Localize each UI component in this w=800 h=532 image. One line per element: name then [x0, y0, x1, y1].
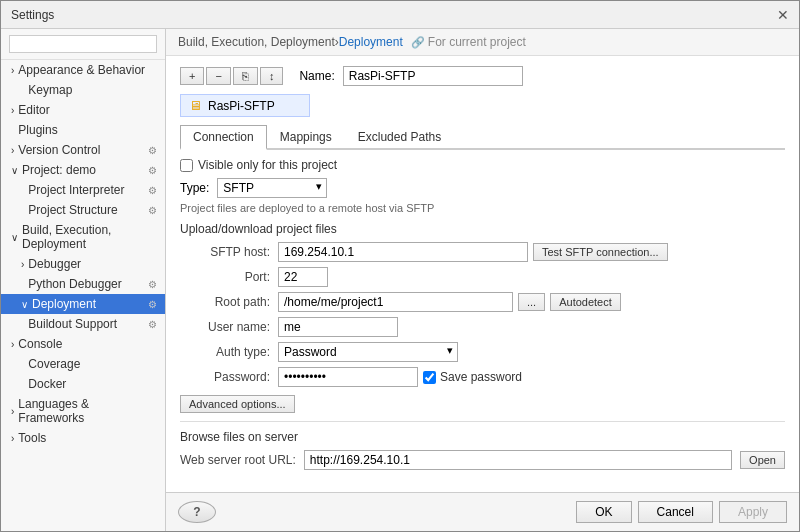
sidebar-item-label: Debugger — [28, 257, 81, 271]
web-url-input[interactable] — [304, 450, 732, 470]
arrow-icon: › — [11, 105, 14, 116]
root-path-label: Root path: — [180, 295, 270, 309]
arrow-icon: › — [11, 406, 14, 417]
sidebar-item-project-interpreter[interactable]: ›Project Interpreter⚙ — [1, 180, 165, 200]
breadcrumb: Build, Execution, Deployment › Deploymen… — [166, 29, 799, 56]
ok-button[interactable]: OK — [576, 501, 631, 523]
web-url-label: Web server root URL: — [180, 453, 296, 467]
sidebar-item-label: Project Structure — [28, 203, 117, 217]
arrow-icon: › — [11, 339, 14, 350]
sidebar-item-appearance[interactable]: ›Appearance & Behavior — [1, 60, 165, 80]
password-input[interactable] — [278, 367, 418, 387]
sidebar-item-project-demo[interactable]: ∨Project: demo⚙ — [1, 160, 165, 180]
sidebar-item-buildout-support[interactable]: ›Buildout Support⚙ — [1, 314, 165, 334]
arrow-icon: › — [21, 259, 24, 270]
titlebar: Settings ✕ — [1, 1, 799, 29]
sidebar-item-label: Docker — [28, 377, 66, 391]
type-label: Type: — [180, 181, 209, 195]
sidebar-item-docker[interactable]: ›Docker — [1, 374, 165, 394]
save-password-checkbox[interactable] — [423, 371, 436, 384]
sftp-host-input[interactable] — [278, 242, 528, 262]
sidebar-item-label: Project: demo — [22, 163, 96, 177]
arrow-icon: › — [11, 145, 14, 156]
move-server-button[interactable]: ↕ — [260, 67, 284, 85]
add-server-button[interactable]: + — [180, 67, 204, 85]
upload-section-title: Upload/download project files — [180, 222, 785, 236]
name-label: Name: — [299, 69, 334, 83]
sidebar-item-label: Plugins — [18, 123, 57, 137]
sidebar-item-languages-frameworks[interactable]: ›Languages & Frameworks — [1, 394, 165, 428]
browse-section: Browse files on server Web server root U… — [180, 430, 785, 470]
advanced-options-button[interactable]: Advanced options... — [180, 395, 295, 413]
sidebar-item-plugins[interactable]: ›Plugins — [1, 120, 165, 140]
sidebar-item-console[interactable]: ›Console — [1, 334, 165, 354]
remove-server-button[interactable]: − — [206, 67, 230, 85]
sidebar-item-label: Console — [18, 337, 62, 351]
settings-icon: ⚙ — [148, 319, 157, 330]
sidebar-item-build-exec[interactable]: ∨Build, Execution, Deployment — [1, 220, 165, 254]
password-row: Save password — [278, 367, 785, 387]
open-button[interactable]: Open — [740, 451, 785, 469]
server-toolbar: + − ⎘ ↕ — [180, 67, 283, 85]
help-button[interactable]: ? — [178, 501, 216, 523]
visible-only-label: Visible only for this project — [198, 158, 337, 172]
sidebar-item-label: Python Debugger — [28, 277, 121, 291]
browse-path-button[interactable]: ... — [518, 293, 545, 311]
sidebar-item-tools[interactable]: ›Tools — [1, 428, 165, 448]
name-input[interactable] — [343, 66, 523, 86]
server-list-item[interactable]: 🖥 RasPi-SFTP — [180, 94, 310, 117]
sidebar-item-coverage[interactable]: ›Coverage — [1, 354, 165, 374]
auth-type-select-wrap: Password — [278, 342, 458, 362]
root-path-input[interactable] — [278, 292, 513, 312]
breadcrumb-current: Deployment — [339, 35, 403, 49]
auth-type-select[interactable]: Password — [278, 342, 458, 362]
browse-section-title: Browse files on server — [180, 430, 785, 444]
breadcrumb-path: Build, Execution, Deployment — [178, 35, 335, 49]
sidebar-item-deployment[interactable]: ∨Deployment⚙ — [1, 294, 165, 314]
close-icon[interactable]: ✕ — [777, 7, 789, 23]
auth-type-row: Password — [278, 342, 785, 362]
sidebar-item-label: Tools — [18, 431, 46, 445]
sidebar-item-debugger[interactable]: ›Debugger — [1, 254, 165, 274]
sftp-host-row: Test SFTP connection... — [278, 242, 785, 262]
server-folder-icon: 🖥 — [189, 98, 202, 113]
cancel-button[interactable]: Cancel — [638, 501, 713, 523]
sidebar-item-label: Version Control — [18, 143, 100, 157]
type-description: Project files are deployed to a remote h… — [180, 202, 785, 214]
settings-icon: ⚙ — [148, 145, 157, 156]
sidebar-item-label: Appearance & Behavior — [18, 63, 145, 77]
sftp-host-label: SFTP host: — [180, 245, 270, 259]
sidebar-item-version-control[interactable]: ›Version Control⚙ — [1, 140, 165, 160]
arrow-icon: ∨ — [21, 299, 28, 310]
breadcrumb-for-project: 🔗 For current project — [411, 35, 526, 49]
sidebar-item-project-structure[interactable]: ›Project Structure⚙ — [1, 200, 165, 220]
type-select-wrap: SFTP — [217, 178, 327, 198]
sidebar-item-python-debugger[interactable]: ›Python Debugger⚙ — [1, 274, 165, 294]
user-name-label: User name: — [180, 320, 270, 334]
settings-icon: ⚙ — [148, 279, 157, 290]
tab-mappings[interactable]: Mappings — [267, 125, 345, 148]
type-select[interactable]: SFTP — [217, 178, 327, 198]
deployment-tabs: Connection Mappings Excluded Paths — [180, 125, 785, 150]
sidebar-item-label: Project Interpreter — [28, 183, 124, 197]
sidebar-item-editor[interactable]: ›Editor — [1, 100, 165, 120]
arrow-icon: › — [11, 433, 14, 444]
user-name-input[interactable] — [278, 317, 398, 337]
tab-connection[interactable]: Connection — [180, 125, 267, 150]
sidebar: ›Appearance & Behavior›Keymap›Editor›Plu… — [1, 29, 166, 531]
settings-icon: ⚙ — [148, 165, 157, 176]
settings-icon: ⚙ — [148, 299, 157, 310]
type-row: Type: SFTP — [180, 178, 785, 198]
port-input[interactable] — [278, 267, 328, 287]
advanced-options-row: Advanced options... — [180, 395, 785, 413]
search-input[interactable] — [9, 35, 157, 53]
tab-excluded-paths[interactable]: Excluded Paths — [345, 125, 454, 148]
autodetect-button[interactable]: Autodetect — [550, 293, 621, 311]
test-sftp-button[interactable]: Test SFTP connection... — [533, 243, 668, 261]
port-row — [278, 267, 785, 287]
visible-only-checkbox[interactable] — [180, 159, 193, 172]
apply-button[interactable]: Apply — [719, 501, 787, 523]
settings-icon: ⚙ — [148, 185, 157, 196]
copy-server-button[interactable]: ⎘ — [233, 67, 258, 85]
sidebar-item-keymap[interactable]: ›Keymap — [1, 80, 165, 100]
